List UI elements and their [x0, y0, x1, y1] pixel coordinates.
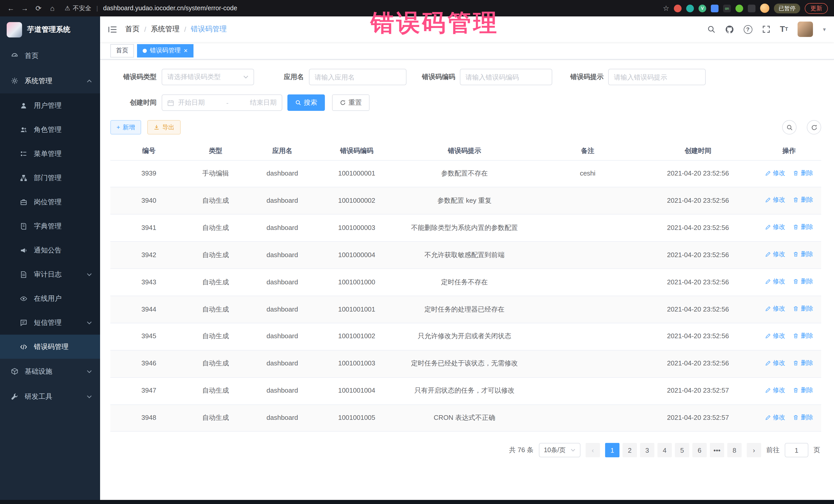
back-icon[interactable]: ←	[6, 4, 15, 12]
browser-profile-avatar[interactable]	[760, 4, 769, 13]
cell-created-time: 2021-04-20 23:52:56	[639, 187, 757, 215]
page-button[interactable]: 6	[692, 443, 707, 458]
sidebar-item-errcode[interactable]: 错误码管理	[0, 335, 100, 359]
cell-app: dashboard	[244, 187, 321, 215]
export-button[interactable]: 导出	[147, 120, 181, 134]
delete-link[interactable]: 删除	[793, 331, 813, 341]
reset-button[interactable]: 重置	[332, 94, 370, 111]
app-name-input[interactable]	[309, 69, 407, 85]
cell-app: dashboard	[244, 215, 321, 242]
user-avatar[interactable]	[798, 22, 813, 37]
prev-page-button[interactable]: ‹	[586, 443, 600, 458]
tab-errcode[interactable]: 错误码管理 ×	[137, 44, 193, 57]
bookmark-star-icon[interactable]: ☆	[663, 4, 669, 12]
update-button[interactable]: 更新	[805, 3, 828, 14]
page-button[interactable]: 5	[675, 443, 689, 458]
forward-icon[interactable]: →	[20, 4, 29, 12]
sidebar-item-user[interactable]: 用户管理	[0, 93, 100, 117]
delete-link[interactable]: 删除	[793, 222, 813, 232]
delete-link[interactable]: 删除	[793, 385, 813, 395]
error-code-input[interactable]	[460, 69, 552, 85]
sidebar-item-audit[interactable]: 审计日志	[0, 262, 100, 286]
cell-created-time: 2021-04-20 23:52:57	[639, 404, 757, 432]
sidebar-item-home[interactable]: 首页	[0, 43, 100, 68]
extension-icon[interactable]	[674, 4, 682, 12]
breadcrumb-item[interactable]: 系统管理	[151, 25, 180, 34]
sidebar-item-dict[interactable]: 字典管理	[0, 214, 100, 238]
font-size-icon[interactable]: TT	[780, 25, 788, 34]
app-logo[interactable]: 芋道管理系统	[0, 17, 100, 43]
delete-link[interactable]: 删除	[793, 412, 813, 422]
page-button[interactable]: 3	[640, 443, 654, 458]
cell-type: 自动生成	[187, 404, 244, 432]
delete-link[interactable]: 删除	[793, 168, 813, 178]
sidebar-item-post[interactable]: 岗位管理	[0, 190, 100, 214]
sidebar-item-sms[interactable]: 短信管理	[0, 310, 100, 335]
home-icon[interactable]: ⌂	[48, 4, 57, 12]
edit-link[interactable]: 修改	[765, 331, 785, 341]
sidebar-toggle-icon[interactable]	[108, 26, 117, 32]
breadcrumb-item[interactable]: 首页	[125, 25, 139, 34]
date-range-picker[interactable]: 开始日期 - 结束日期	[162, 94, 282, 111]
page-buttons: 123456•••8	[605, 443, 742, 458]
sidebar-item-online[interactable]: 在线用户	[0, 286, 100, 310]
address-bar[interactable]: ⚠ 不安全 | dashboard.yudao.iocoder.cn/syste…	[62, 4, 658, 13]
error-type-select[interactable]: 请选择错误码类型	[162, 69, 254, 85]
goto-page-input[interactable]	[785, 443, 808, 458]
column-header: 错误码编码	[321, 141, 393, 160]
help-icon[interactable]: ?	[743, 25, 752, 34]
security-warning: ⚠ 不安全	[65, 4, 91, 13]
sidebar-item-system[interactable]: 系统管理	[0, 68, 100, 93]
refresh-button[interactable]	[807, 120, 821, 134]
avatar-caret-icon[interactable]: ▾	[823, 26, 826, 32]
page-button[interactable]: 1	[605, 443, 619, 458]
reload-icon[interactable]: ⟳	[34, 4, 43, 12]
edit-link[interactable]: 修改	[765, 277, 785, 286]
delete-link[interactable]: 删除	[793, 304, 813, 313]
sidebar-item-notice[interactable]: 通知公告	[0, 238, 100, 262]
extension-icon[interactable]	[711, 4, 719, 12]
edit-link[interactable]: 修改	[765, 195, 785, 205]
edit-link[interactable]: 修改	[765, 168, 785, 178]
extension-icon[interactable]	[686, 4, 694, 12]
extension-icon[interactable]: on	[723, 4, 731, 12]
search-button[interactable]: 搜索	[287, 94, 325, 111]
delete-link[interactable]: 删除	[793, 358, 813, 368]
edit-link[interactable]: 修改	[765, 249, 785, 259]
edit-link[interactable]: 修改	[765, 385, 785, 395]
cell-app: dashboard	[244, 350, 321, 377]
cell-actions: 修改 删除	[757, 323, 821, 350]
page-button[interactable]: 2	[622, 443, 637, 458]
cell-id: 3947	[110, 377, 187, 404]
search-icon[interactable]	[707, 25, 715, 34]
page-button[interactable]: 8	[727, 443, 742, 458]
next-page-button[interactable]: ›	[747, 443, 761, 458]
edit-link[interactable]: 修改	[765, 358, 785, 368]
vue-devtools-extension-icon[interactable]: V	[699, 4, 706, 12]
page-size-select[interactable]: 10条/页	[539, 443, 580, 458]
sidebar-item-menu[interactable]: 菜单管理	[0, 141, 100, 166]
delete-link[interactable]: 删除	[793, 277, 813, 286]
sidebar-item-dept[interactable]: 部门管理	[0, 166, 100, 190]
edit-link[interactable]: 修改	[765, 222, 785, 232]
sidebar-item-role[interactable]: 角色管理	[0, 117, 100, 141]
edit-link[interactable]: 修改	[765, 412, 785, 422]
cell-code: 1001000001	[321, 160, 393, 187]
page-button[interactable]: •••	[710, 443, 724, 458]
page-button[interactable]: 4	[657, 443, 672, 458]
error-msg-input[interactable]	[608, 69, 706, 85]
sidebar-item-infra[interactable]: 基础设施	[0, 359, 100, 384]
fullscreen-icon[interactable]	[762, 25, 770, 34]
edit-link[interactable]: 修改	[765, 304, 785, 313]
delete-link[interactable]: 删除	[793, 195, 813, 205]
toggle-search-button[interactable]	[782, 120, 796, 134]
paused-badge[interactable]: 已暂停	[774, 3, 800, 13]
add-button[interactable]: + 新增	[110, 120, 141, 134]
tab-home[interactable]: 首页	[110, 44, 134, 57]
close-tab-icon[interactable]: ×	[184, 47, 188, 54]
github-icon[interactable]	[725, 25, 734, 34]
extension-icon[interactable]	[736, 4, 743, 12]
sidebar-item-devtool[interactable]: 研发工具	[0, 384, 100, 409]
delete-link[interactable]: 删除	[793, 249, 813, 259]
extensions-puzzle-icon[interactable]	[748, 4, 755, 12]
